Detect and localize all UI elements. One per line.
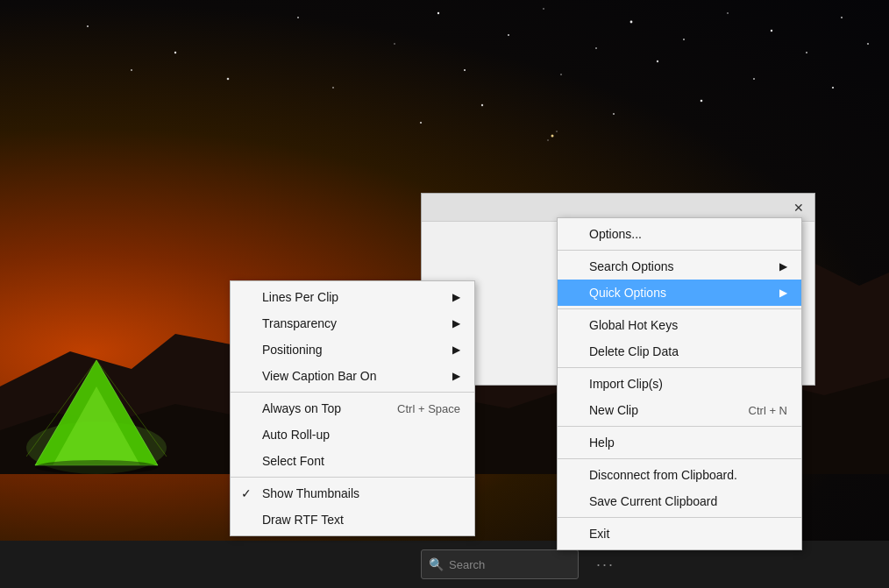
taskbar-dots: ···: [596, 556, 615, 574]
submenu-arrow-icon: ▶: [452, 370, 460, 382]
menu-separator: [558, 458, 801, 459]
menu-item-options[interactable]: Options...: [558, 221, 801, 247]
menu-item-label: Options...: [589, 227, 642, 241]
menu-item-label: Exit: [589, 527, 609, 541]
menu-separator: [558, 308, 801, 309]
menu-item-search-options[interactable]: Search Options▶: [558, 253, 801, 280]
submenu-arrow-icon: ▶: [779, 260, 787, 273]
menu-item-transparency[interactable]: Transparency▶: [231, 310, 474, 337]
menu-item-label: Transparency: [262, 316, 337, 330]
shortcut-label: Ctrl + Space: [371, 402, 460, 415]
menu-item-label: Global Hot Keys: [589, 318, 678, 332]
menu-item-label: View Caption Bar On: [262, 369, 376, 383]
menu-item-label: New Clip: [589, 403, 638, 417]
menu-separator: [558, 426, 801, 427]
menu-item-delete-clip-data[interactable]: Delete Clip Data: [558, 338, 801, 365]
menu-item-new-clip[interactable]: New ClipCtrl + N: [558, 397, 801, 423]
menu-item-label: Auto Roll-up: [262, 428, 330, 442]
close-button[interactable]: ✕: [786, 197, 811, 218]
menu-item-show-thumbnails[interactable]: ✓Show Thumbnails: [231, 480, 474, 507]
search-icon: 🔍: [429, 557, 444, 571]
menu-item-label: Draw RTF Text: [262, 513, 344, 527]
menu-item-label: Import Clip(s): [589, 377, 663, 391]
menu-item-label: Save Current Clipboard: [589, 494, 717, 508]
menu-item-help[interactable]: Help: [558, 429, 801, 456]
menu-item-disconnect[interactable]: Disconnect from Clipboard.: [558, 462, 801, 488]
menu-item-label: Show Thumbnails: [262, 486, 359, 500]
menu-item-draw-rtf-text[interactable]: Draw RTF Text: [231, 507, 474, 533]
taskbar-search-box[interactable]: 🔍 Search: [421, 549, 579, 579]
menu-item-select-font[interactable]: Select Font: [231, 448, 474, 474]
menu-item-always-on-top[interactable]: Always on TopCtrl + Space: [231, 395, 474, 422]
menu-item-label: Quick Options: [589, 286, 666, 300]
shortcut-label: Ctrl + N: [722, 404, 787, 417]
menu-item-exit[interactable]: Exit: [558, 521, 801, 547]
menu-item-label: Lines Per Clip: [262, 290, 338, 304]
submenu-arrow-icon: ▶: [452, 317, 460, 329]
menu-item-quick-options[interactable]: Quick Options▶: [558, 280, 801, 306]
right-context-menu: Options...Search Options▶Quick Options▶G…: [557, 217, 802, 550]
menu-item-label: Search Options: [589, 259, 674, 273]
menu-item-view-caption-bar-on[interactable]: View Caption Bar On▶: [231, 363, 474, 389]
menu-separator: [558, 367, 801, 368]
submenu-arrow-icon: ▶: [452, 344, 460, 356]
menu-separator: [558, 517, 801, 518]
menu-item-positioning[interactable]: Positioning▶: [231, 337, 474, 363]
menu-item-label: Disconnect from Clipboard.: [589, 468, 737, 482]
menu-separator: [231, 392, 474, 393]
menu-item-label: Select Font: [262, 454, 324, 468]
menu-item-label: Delete Clip Data: [589, 344, 679, 358]
submenu-arrow-icon: ▶: [779, 287, 787, 299]
submenu-arrow-icon: ▶: [452, 291, 460, 303]
menu-separator: [558, 250, 801, 251]
menu-item-label: Positioning: [262, 343, 323, 357]
menu-item-lines-per-clip[interactable]: Lines Per Clip▶: [231, 284, 474, 310]
left-context-menu: Lines Per Clip▶Transparency▶Positioning▶…: [230, 280, 475, 536]
menu-item-save-clipboard[interactable]: Save Current Clipboard: [558, 488, 801, 514]
menu-item-label: Help: [589, 436, 615, 450]
menu-item-label: Always on Top: [262, 401, 341, 415]
menu-item-global-hot-keys[interactable]: Global Hot Keys: [558, 312, 801, 338]
menu-separator: [231, 477, 474, 478]
menu-item-import-clips[interactable]: Import Clip(s): [558, 371, 801, 397]
checkmark-icon: ✓: [241, 486, 252, 500]
menu-item-auto-roll-up[interactable]: Auto Roll-up: [231, 422, 474, 448]
search-label: Search: [449, 558, 485, 571]
